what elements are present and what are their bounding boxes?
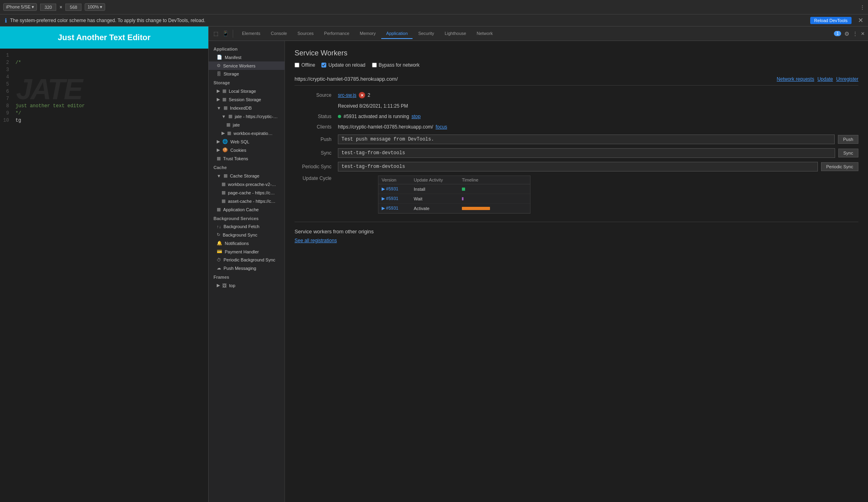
offline-option[interactable]: Offline [295, 62, 315, 68]
push-input[interactable] [338, 135, 835, 144]
other-origins-section: Service workers from other origins See a… [295, 222, 858, 243]
see-all-registrations-link[interactable]: See all registrations [295, 238, 337, 243]
sidebar-item-cache-storage[interactable]: ▼ ▦ Cache Storage [209, 171, 285, 180]
dimension-separator: × [59, 4, 62, 10]
bypass-network-checkbox[interactable] [372, 63, 377, 67]
sidebar-item-top-frame[interactable]: ▶ 🖼 top [209, 281, 285, 290]
sidebar-item-bg-sync[interactable]: ↻ Background Sync [209, 231, 285, 239]
uc-wait-version[interactable]: ▶ #5931 [382, 196, 414, 201]
expand-frame-icon: ▶ [217, 283, 220, 288]
uc-install-version[interactable]: ▶ #5931 [382, 186, 414, 192]
sidebar-item-app-cache[interactable]: ▦ Application Cache [209, 205, 285, 214]
inspect-icon[interactable]: ⬚ [212, 30, 220, 38]
sync-label: Sync [295, 150, 335, 156]
cache-storage-icon: ▦ [224, 173, 228, 178]
tab-network[interactable]: Network [472, 29, 498, 39]
sidebar-item-workbox-exp[interactable]: ▶ ▦ workbox-expiration - https: [209, 129, 285, 137]
sidebar-item-jate[interactable]: ▦ jate [209, 120, 285, 129]
sidebar-item-bg-fetch[interactable]: ↑↓ Background Fetch [209, 222, 285, 231]
sidebar-item-manifest[interactable]: 📄 Manifest [209, 53, 285, 61]
tab-application[interactable]: Application [381, 29, 413, 39]
sidebar-item-trust-tokens[interactable]: ▦ Trust Tokens [209, 154, 285, 163]
reload-devtools-button[interactable]: Reload DevTools [810, 17, 852, 24]
periodic-sync-input[interactable] [338, 162, 818, 171]
tab-memory[interactable]: Memory [355, 29, 381, 39]
device-selector[interactable]: iPhone 5/SE ▾ [3, 3, 37, 11]
tab-sources[interactable]: Sources [293, 29, 318, 39]
zoom-selector[interactable]: 100% ▾ [85, 3, 105, 11]
update-on-reload-option[interactable]: Update on reload [321, 62, 365, 68]
focus-link[interactable]: focus [435, 124, 447, 130]
sidebar-item-cookies[interactable]: ▶ 🍪 Cookies [209, 146, 285, 154]
service-workers-label: Service Workers [223, 63, 255, 68]
update-cycle-table: Version Update Activity Timeline ▶ #5931… [378, 175, 531, 214]
more-icon[interactable]: ⋮ [853, 31, 858, 37]
unregister-link[interactable]: Unregister [836, 76, 858, 82]
bypass-network-option[interactable]: Bypass for network [372, 62, 420, 68]
network-requests-link[interactable]: Network requests [777, 76, 814, 82]
sync-button[interactable]: Sync [838, 149, 858, 157]
sidebar-item-notifications[interactable]: 🔔 Notifications [209, 239, 285, 247]
topbar-more-icon[interactable]: ⋮ [860, 4, 865, 10]
top-bar: iPhone 5/SE ▾ × 100% ▾ ⋮ [0, 0, 868, 14]
tab-lighthouse[interactable]: Lighthouse [440, 29, 471, 39]
sidebar-item-session-storage[interactable]: ▶ ▦ Session Storage [209, 95, 285, 104]
sidebar-item-push-messaging[interactable]: ☁ Push Messaging [209, 264, 285, 272]
received-text: Received 8/26/2021, 1:11:25 PM [338, 103, 408, 109]
code-area[interactable]: /* just another text editor */ tg [12, 49, 208, 502]
sw-periodic-sync-row: Periodic Sync Periodic Sync [295, 162, 858, 171]
expand-local-storage-icon: ▶ [217, 88, 220, 94]
bg-sync-icon: ↻ [217, 232, 220, 237]
uc-activate-version[interactable]: ▶ #5931 [382, 206, 414, 211]
device-icon[interactable]: 📱 [222, 30, 230, 38]
indexeddb-icon: ▦ [224, 105, 228, 110]
update-link[interactable]: Update [817, 76, 833, 82]
periodic-bg-sync-label: Periodic Background Sync [224, 257, 275, 262]
workbox-precache-icon: ▦ [222, 182, 226, 187]
height-input[interactable] [65, 4, 81, 11]
code-line [12, 52, 208, 59]
tab-console[interactable]: Console [266, 29, 292, 39]
close-devtools-icon[interactable]: ✕ [861, 31, 865, 37]
payment-handler-icon: 💳 [217, 249, 222, 254]
source-file-link[interactable]: src-sw.js [338, 92, 356, 98]
uc-activity-header: Update Activity [414, 178, 462, 182]
stop-link[interactable]: stop [411, 114, 421, 119]
bg-sync-label: Background Sync [223, 233, 257, 237]
sidebar-item-asset-cache[interactable]: ▦ asset-cache - https://crypti [209, 197, 285, 205]
settings-icon[interactable]: ⚙ [844, 31, 850, 37]
sidebar-item-workbox-precache[interactable]: ▦ workbox-precache-v2-https: [209, 180, 285, 188]
sidebar-item-websql[interactable]: ▶ 🌐 Web SQL [209, 137, 285, 146]
expand-cookies-icon: ▶ [217, 147, 220, 153]
sidebar-item-storage-app[interactable]: 🗄 Storage [209, 70, 285, 78]
push-button[interactable]: Push [838, 135, 858, 144]
sidebar-section-storage: Storage [209, 78, 285, 87]
tab-actions: 1 ⚙ ⋮ ✕ [834, 31, 865, 37]
sidebar-item-local-storage[interactable]: ▶ ▦ Local Storage [209, 87, 285, 95]
periodic-sync-button[interactable]: Periodic Sync [821, 162, 858, 171]
expand-workbox-icon: ▶ [222, 131, 225, 136]
close-icon[interactable]: ✕ [858, 16, 863, 24]
sidebar-item-payment-handler[interactable]: 💳 Payment Handler [209, 247, 285, 256]
sidebar-item-service-workers[interactable]: ⚙ Service Workers [209, 61, 285, 70]
editor-header: Just Another Text Editor [0, 27, 208, 49]
sidebar-item-page-cache[interactable]: ▦ page-cache - https://crypti [209, 188, 285, 197]
trust-tokens-icon: ▦ [217, 156, 221, 161]
sidebar-item-indexeddb[interactable]: ▼ ▦ IndexedDB [209, 104, 285, 112]
update-on-reload-checkbox[interactable] [321, 63, 326, 67]
jate-db-label: jate - https://cryptic-hamlet [235, 114, 279, 119]
status-label: Status [295, 114, 335, 119]
tab-performance[interactable]: Performance [319, 29, 354, 39]
width-input[interactable] [40, 4, 56, 11]
tab-elements[interactable]: Elements [237, 29, 265, 39]
editor-content: JATE 1 2 3 4 5 6 7 8 9 10 /* [0, 49, 208, 502]
sync-input[interactable] [338, 148, 835, 158]
sidebar-item-jate-db[interactable]: ▼ ▦ jate - https://cryptic-hamlet [209, 112, 285, 120]
session-storage-label: Session Storage [229, 97, 261, 102]
offline-checkbox[interactable] [295, 63, 299, 67]
sidebar-item-periodic-bg-sync[interactable]: ⏱ Periodic Background Sync [209, 256, 285, 264]
expand-indexeddb-icon: ▼ [217, 106, 221, 110]
tab-security[interactable]: Security [413, 29, 439, 39]
info-bar: ℹ The system-preferred color scheme has … [0, 14, 868, 27]
sw-received-row: Received 8/26/2021, 1:11:25 PM [295, 103, 858, 109]
